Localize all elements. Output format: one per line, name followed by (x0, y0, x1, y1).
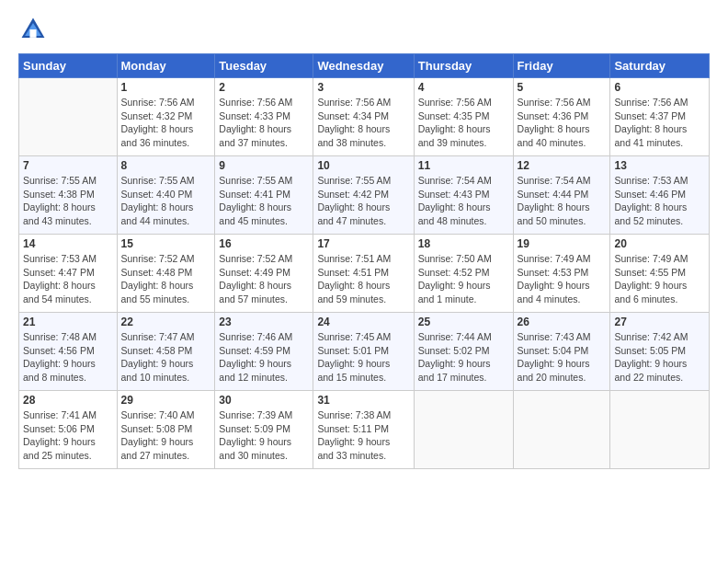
day-info: Sunrise: 7:49 AMSunset: 4:55 PMDaylight:… (614, 252, 705, 306)
day-cell: 13Sunrise: 7:53 AMSunset: 4:46 PMDayligh… (610, 156, 710, 235)
day-info: Sunrise: 7:52 AMSunset: 4:48 PMDaylight:… (121, 252, 211, 306)
day-info: Sunrise: 7:49 AMSunset: 4:53 PMDaylight:… (518, 252, 607, 306)
header-sunday: Sunday (19, 54, 118, 78)
day-cell (19, 78, 118, 156)
day-info: Sunrise: 7:56 AMSunset: 4:37 PMDaylight:… (614, 96, 705, 150)
day-number: 14 (23, 237, 113, 250)
day-number: 7 (23, 159, 113, 172)
calendar-table: SundayMondayTuesdayWednesdayThursdayFrid… (18, 53, 710, 469)
day-cell: 22Sunrise: 7:47 AMSunset: 4:58 PMDayligh… (117, 313, 215, 391)
day-cell: 25Sunrise: 7:44 AMSunset: 5:02 PMDayligh… (414, 313, 513, 391)
day-number: 26 (518, 316, 607, 328)
day-number: 8 (121, 159, 211, 172)
day-info: Sunrise: 7:39 AMSunset: 5:09 PMDaylight:… (219, 408, 309, 463)
day-info: Sunrise: 7:38 AMSunset: 5:11 PMDaylight:… (317, 408, 409, 463)
day-info: Sunrise: 7:55 AMSunset: 4:40 PMDaylight:… (121, 174, 211, 228)
day-cell: 30Sunrise: 7:39 AMSunset: 5:09 PMDayligh… (215, 391, 313, 469)
day-number: 2 (219, 81, 309, 94)
day-info: Sunrise: 7:48 AMSunset: 4:56 PMDaylight:… (23, 330, 113, 385)
day-number: 23 (219, 316, 309, 328)
day-cell: 2Sunrise: 7:56 AMSunset: 4:33 PMDaylight… (215, 78, 313, 156)
header-tuesday: Tuesday (215, 54, 313, 78)
day-cell (610, 391, 710, 469)
logo-icon (18, 15, 48, 44)
day-cell: 11Sunrise: 7:54 AMSunset: 4:43 PMDayligh… (414, 156, 513, 235)
day-cell: 31Sunrise: 7:38 AMSunset: 5:11 PMDayligh… (313, 391, 414, 469)
header-saturday: Saturday (610, 54, 710, 78)
day-cell: 10Sunrise: 7:55 AMSunset: 4:42 PMDayligh… (313, 156, 414, 235)
day-number: 22 (121, 316, 211, 328)
day-info: Sunrise: 7:56 AMSunset: 4:33 PMDaylight:… (219, 96, 309, 150)
day-info: Sunrise: 7:55 AMSunset: 4:41 PMDaylight:… (219, 174, 309, 228)
day-info: Sunrise: 7:56 AMSunset: 4:32 PMDaylight:… (121, 96, 211, 150)
day-cell: 15Sunrise: 7:52 AMSunset: 4:48 PMDayligh… (117, 235, 215, 313)
day-info: Sunrise: 7:56 AMSunset: 4:36 PMDaylight:… (518, 96, 607, 150)
day-info: Sunrise: 7:56 AMSunset: 4:34 PMDaylight:… (317, 96, 409, 150)
day-number: 6 (614, 81, 705, 94)
week-row-3: 14Sunrise: 7:53 AMSunset: 4:47 PMDayligh… (19, 235, 710, 313)
day-number: 12 (518, 159, 607, 172)
day-cell: 9Sunrise: 7:55 AMSunset: 4:41 PMDaylight… (215, 156, 313, 235)
day-info: Sunrise: 7:41 AMSunset: 5:06 PMDaylight:… (23, 408, 113, 463)
day-number: 21 (23, 316, 113, 328)
day-number: 4 (418, 81, 509, 94)
day-number: 15 (121, 237, 211, 250)
day-info: Sunrise: 7:42 AMSunset: 5:05 PMDaylight:… (614, 330, 705, 385)
day-number: 29 (121, 394, 211, 407)
day-cell: 8Sunrise: 7:55 AMSunset: 4:40 PMDaylight… (117, 156, 215, 235)
day-cell: 20Sunrise: 7:49 AMSunset: 4:55 PMDayligh… (610, 235, 710, 313)
day-info: Sunrise: 7:50 AMSunset: 4:52 PMDaylight:… (418, 252, 509, 306)
svg-rect-2 (29, 29, 36, 38)
day-number: 27 (614, 316, 705, 328)
day-number: 19 (518, 237, 607, 250)
day-info: Sunrise: 7:51 AMSunset: 4:51 PMDaylight:… (317, 252, 409, 306)
day-info: Sunrise: 7:55 AMSunset: 4:42 PMDaylight:… (317, 174, 409, 228)
day-info: Sunrise: 7:43 AMSunset: 5:04 PMDaylight:… (518, 330, 607, 385)
day-number: 13 (614, 159, 705, 172)
day-info: Sunrise: 7:46 AMSunset: 4:59 PMDaylight:… (219, 330, 309, 385)
day-number: 18 (418, 237, 509, 250)
day-cell: 17Sunrise: 7:51 AMSunset: 4:51 PMDayligh… (313, 235, 414, 313)
day-info: Sunrise: 7:40 AMSunset: 5:08 PMDaylight:… (121, 408, 211, 463)
header-friday: Friday (513, 54, 610, 78)
day-number: 30 (219, 394, 309, 407)
day-cell: 23Sunrise: 7:46 AMSunset: 4:59 PMDayligh… (215, 313, 313, 391)
header (18, 15, 710, 44)
header-row: SundayMondayTuesdayWednesdayThursdayFrid… (19, 54, 710, 78)
week-row-2: 7Sunrise: 7:55 AMSunset: 4:38 PMDaylight… (19, 156, 710, 235)
week-row-1: 1Sunrise: 7:56 AMSunset: 4:32 PMDaylight… (19, 78, 710, 156)
day-cell: 24Sunrise: 7:45 AMSunset: 5:01 PMDayligh… (313, 313, 414, 391)
day-cell: 7Sunrise: 7:55 AMSunset: 4:38 PMDaylight… (19, 156, 118, 235)
day-cell (414, 391, 513, 469)
day-cell: 5Sunrise: 7:56 AMSunset: 4:36 PMDaylight… (513, 78, 610, 156)
day-number: 25 (418, 316, 509, 328)
day-cell: 14Sunrise: 7:53 AMSunset: 4:47 PMDayligh… (19, 235, 118, 313)
day-number: 31 (317, 394, 409, 407)
day-cell: 19Sunrise: 7:49 AMSunset: 4:53 PMDayligh… (513, 235, 610, 313)
day-number: 1 (121, 81, 211, 94)
day-number: 24 (317, 316, 409, 328)
day-cell: 26Sunrise: 7:43 AMSunset: 5:04 PMDayligh… (513, 313, 610, 391)
day-cell: 4Sunrise: 7:56 AMSunset: 4:35 PMDaylight… (414, 78, 513, 156)
day-cell: 12Sunrise: 7:54 AMSunset: 4:44 PMDayligh… (513, 156, 610, 235)
day-info: Sunrise: 7:55 AMSunset: 4:38 PMDaylight:… (23, 174, 113, 228)
header-wednesday: Wednesday (313, 54, 414, 78)
day-cell (513, 391, 610, 469)
day-info: Sunrise: 7:47 AMSunset: 4:58 PMDaylight:… (121, 330, 211, 385)
header-thursday: Thursday (414, 54, 513, 78)
day-info: Sunrise: 7:52 AMSunset: 4:49 PMDaylight:… (219, 252, 309, 306)
logo (18, 15, 51, 44)
day-cell: 18Sunrise: 7:50 AMSunset: 4:52 PMDayligh… (414, 235, 513, 313)
week-row-5: 28Sunrise: 7:41 AMSunset: 5:06 PMDayligh… (19, 391, 710, 469)
header-monday: Monday (117, 54, 215, 78)
day-number: 20 (614, 237, 705, 250)
day-cell: 28Sunrise: 7:41 AMSunset: 5:06 PMDayligh… (19, 391, 118, 469)
day-number: 28 (23, 394, 113, 407)
day-number: 11 (418, 159, 509, 172)
day-cell: 6Sunrise: 7:56 AMSunset: 4:37 PMDaylight… (610, 78, 710, 156)
day-cell: 29Sunrise: 7:40 AMSunset: 5:08 PMDayligh… (117, 391, 215, 469)
day-number: 3 (317, 81, 409, 94)
day-number: 16 (219, 237, 309, 250)
day-info: Sunrise: 7:54 AMSunset: 4:44 PMDaylight:… (518, 174, 607, 228)
day-info: Sunrise: 7:53 AMSunset: 4:46 PMDaylight:… (614, 174, 705, 228)
